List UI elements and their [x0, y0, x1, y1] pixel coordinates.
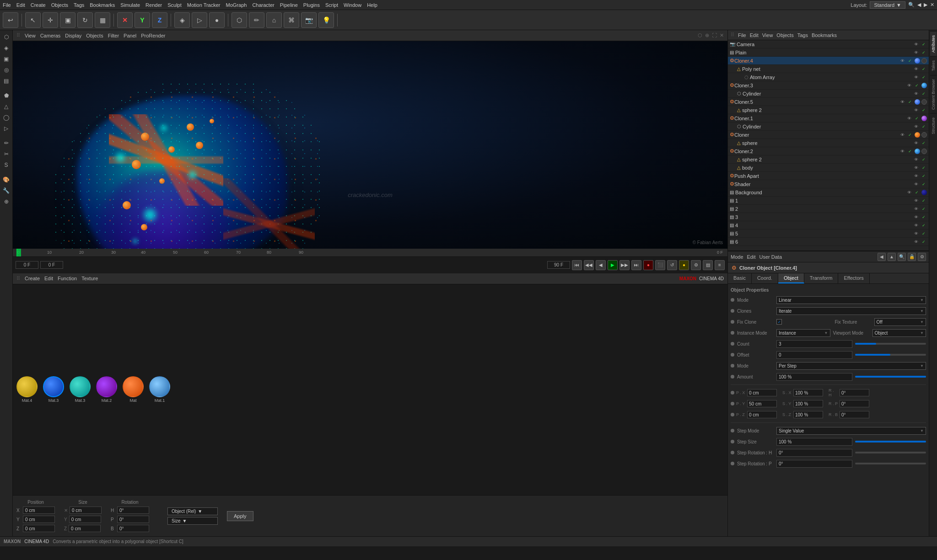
menu-pipeline[interactable]: Pipeline [280, 2, 298, 8]
obj-1[interactable]: ▤ 1 👁 ✓ [728, 197, 929, 205]
tab-basic[interactable]: Basic [728, 273, 752, 283]
pos-z-input[interactable] [23, 525, 55, 532]
bg-vis-btn[interactable]: 👁 [906, 189, 912, 196]
material-mat3-blue[interactable]: Mat.3 [43, 376, 64, 403]
atomarray-vis-btn[interactable]: 👁 [913, 74, 919, 80]
polynet-vis-btn[interactable]: 👁 [913, 66, 919, 72]
num4-vis-btn[interactable]: 👁 [913, 222, 919, 229]
num6-check-btn[interactable]: ✓ [921, 239, 927, 245]
obj-5[interactable]: ▤ 5 👁 ✓ [728, 229, 929, 238]
menu-help[interactable]: Help [367, 2, 377, 8]
cyl2-vis-btn[interactable]: 👁 [913, 123, 919, 130]
left-icon-2[interactable]: ◈ [1, 43, 11, 53]
cyl1-vis-btn[interactable]: 👁 [913, 91, 919, 97]
stop-btn[interactable]: ⬛ [655, 260, 665, 270]
x-axis[interactable]: ✕ [117, 12, 133, 28]
props-userdata[interactable]: User Data [759, 254, 782, 260]
cloner2-check-btn[interactable]: ✓ [907, 148, 913, 155]
bg-check-btn[interactable]: ✓ [914, 189, 920, 196]
cloner2-vis-btn[interactable]: 👁 [899, 148, 905, 155]
obj-edit[interactable]: Edit [750, 32, 759, 38]
obj-body[interactable]: △ body 👁 ✓ [728, 164, 929, 172]
sphere2a-vis-btn[interactable]: 👁 [913, 107, 919, 113]
props-nav-up[interactable]: ▲ [888, 253, 896, 261]
count-slider[interactable] [855, 343, 926, 345]
paint-tool[interactable]: ✏ [249, 12, 264, 28]
props-nav-settings[interactable]: ⚙ [918, 253, 926, 261]
cloner5-vis-btn[interactable]: 👁 [899, 99, 905, 105]
obj-cloner3[interactable]: ⚙ Cloner.3 👁 ✓ [728, 81, 929, 90]
end-frame-display[interactable]: 90 F [547, 261, 570, 269]
sz-input[interactable] [793, 411, 823, 418]
start-frame-display[interactable]: 0 F [16, 261, 38, 269]
shader-check-btn[interactable]: ✓ [921, 181, 927, 187]
viewport-3d[interactable]: crackedonic.com © Fabian Aerts [13, 41, 727, 249]
fixclone-checkbox[interactable]: ✓ [776, 319, 782, 325]
tab-object[interactable]: Object [778, 273, 804, 283]
obj-sphere2a[interactable]: △ sphere 2 👁 ✓ [728, 106, 929, 114]
boole-tool[interactable]: ⌘ [284, 12, 299, 28]
cloner1-check-btn[interactable]: ✓ [914, 115, 920, 122]
left-icon-4[interactable]: ◎ [1, 65, 11, 75]
vh-icon-2[interactable]: ⊕ [705, 32, 709, 38]
props-nav-lock[interactable]: 🔒 [908, 253, 916, 261]
rot-p-input[interactable] [117, 516, 149, 523]
apply-button[interactable]: Apply [227, 511, 253, 521]
obj-bookmarks[interactable]: Bookmarks [812, 32, 837, 38]
cloner4-vis-btn[interactable]: 👁 [899, 58, 905, 64]
menu-script[interactable]: Script [325, 2, 338, 8]
pz-input[interactable] [747, 411, 777, 418]
props-nav-search[interactable]: 🔍 [898, 253, 906, 261]
left-icon-8[interactable]: ◯ [1, 112, 11, 123]
obj-tags[interactable]: Tags [797, 32, 808, 38]
sy-input[interactable] [793, 400, 823, 407]
menu-character[interactable]: Character [252, 2, 274, 8]
obj-2[interactable]: ▤ 2 👁 ✓ [728, 205, 929, 213]
transform-tool[interactable]: ▦ [95, 12, 110, 28]
skip-end-btn[interactable]: ⏭ [631, 260, 641, 270]
cloner5-check-btn[interactable]: ✓ [907, 99, 913, 105]
vh-icon-3[interactable]: ⛶ [712, 32, 717, 38]
size-z-input[interactable] [69, 525, 101, 532]
rh-input[interactable] [840, 389, 869, 396]
skip-start-btn[interactable]: ⏮ [572, 260, 582, 270]
obj-background[interactable]: ▤ Background 👁 ✓ [728, 188, 929, 197]
rb-input[interactable] [840, 411, 869, 418]
top-icon-close[interactable]: ✕ [930, 2, 934, 8]
y-axis[interactable]: Y [135, 12, 150, 28]
step-rot-h-slider[interactable] [855, 452, 926, 453]
left-icon-3[interactable]: ▣ [1, 54, 11, 64]
obj-sphere[interactable]: △ sphere 👁 ✓ [728, 139, 929, 147]
tab-transform[interactable]: Transform [804, 273, 839, 283]
top-icon-search[interactable]: 🔍 [908, 2, 915, 8]
num2-check-btn[interactable]: ✓ [921, 206, 927, 212]
sphere-vis-btn[interactable]: 👁 [913, 140, 919, 146]
sphere-check-btn[interactable]: ✓ [921, 140, 927, 146]
left-icon-12[interactable]: S [1, 160, 11, 170]
obj-plain[interactable]: ▤ Plain 👁 ✓ [728, 48, 929, 57]
fixtexture-dropdown[interactable]: Off ▼ [874, 318, 926, 326]
obj-pushapart[interactable]: ⚙ Push Apart 👁 ✓ [728, 172, 929, 180]
step-rot-p-input[interactable] [776, 460, 852, 468]
sx-input[interactable] [793, 389, 823, 396]
rotate-tool[interactable]: ↻ [77, 12, 93, 28]
num3-check-btn[interactable]: ✓ [921, 214, 927, 220]
mat-function[interactable]: Function [58, 276, 77, 281]
camera-btn[interactable]: 📷 [301, 12, 317, 28]
undo-button[interactable]: ↩ [3, 12, 18, 28]
cloner3-check-btn[interactable]: ✓ [914, 82, 920, 89]
stepsize-slider[interactable] [855, 441, 926, 443]
menu-file[interactable]: File [3, 2, 11, 8]
num4-check-btn[interactable]: ✓ [921, 222, 927, 229]
menu-sculpt[interactable]: Sculpt [167, 2, 182, 8]
obj-cloner5[interactable]: ⚙ Cloner.5 👁 ✓ [728, 98, 929, 106]
far-tab-takes[interactable]: Takes [930, 56, 937, 75]
px-input[interactable] [747, 389, 777, 396]
obj-3[interactable]: ▤ 3 👁 ✓ [728, 213, 929, 221]
mode2-dropdown[interactable]: Per Step ▼ [776, 362, 926, 370]
count-input[interactable] [776, 340, 852, 348]
cam-vis-btn[interactable]: 👁 [913, 41, 919, 48]
pos-x-input[interactable] [23, 507, 55, 514]
loop-btn[interactable]: ↺ [667, 260, 677, 270]
shader-vis-btn[interactable]: 👁 [913, 181, 919, 187]
